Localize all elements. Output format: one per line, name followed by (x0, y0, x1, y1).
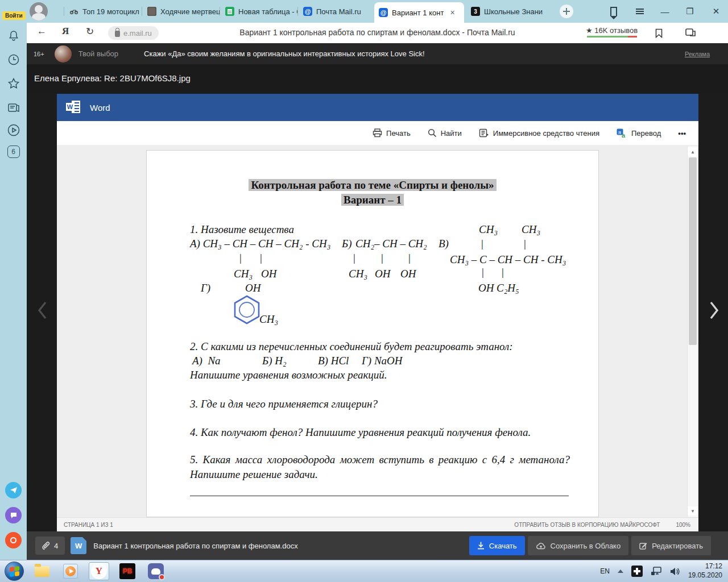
bookmark-page-icon[interactable] (651, 26, 666, 40)
q5-text-line1: 5. Какая масса хлороводорода может вступ… (190, 454, 570, 466)
tray-app-icon[interactable] (631, 566, 643, 577)
document-page: Контрольная работа по теме «Спирты и фен… (146, 150, 599, 517)
volume-icon[interactable] (670, 567, 680, 576)
login-button[interactable]: Войти (2, 11, 26, 20)
language-indicator[interactable]: EN (600, 567, 610, 575)
motorcycle-favicon-icon (69, 7, 78, 16)
address-bar[interactable]: e.mail.ru (108, 26, 159, 40)
taskbar-discord-icon[interactable] (146, 562, 166, 580)
download-icon (477, 542, 485, 550)
immersive-reader-button[interactable]: Иммерсивное средство чтения (479, 128, 599, 138)
new-tab-button[interactable] (560, 5, 573, 18)
messenger-plane-icon[interactable] (5, 482, 22, 498)
hidden-icons-arrow[interactable] (618, 569, 623, 573)
ad-label-link[interactable]: Реклама (685, 51, 710, 57)
start-button[interactable] (5, 562, 24, 581)
collections-icon[interactable] (684, 26, 698, 40)
attachment-count: 4 (54, 542, 58, 550)
bookmarks-panel-icon[interactable] (606, 5, 621, 18)
reviews-rating-bar (587, 36, 637, 38)
chem-bond: | (481, 238, 483, 250)
reviews-widget[interactable]: ★ 16K отзывов (586, 26, 638, 38)
taskbar-game-icon[interactable]: PB (117, 562, 138, 580)
q4-text: 4. Как получают фенол? Напишите уравнени… (190, 426, 531, 439)
translate-label: Перевод (631, 129, 661, 138)
more-options-button[interactable]: ••• (678, 129, 686, 138)
yandex-icon[interactable]: Я (62, 26, 69, 37)
mail-subject: Елена Ерпулева: Re: 2BU7MOf6SJ8.jpg (34, 73, 191, 83)
taskbar-explorer-icon[interactable] (32, 562, 52, 580)
tab-active-document[interactable]: @ Вариант 1 конт × (374, 2, 464, 23)
minimize-button[interactable]: — (657, 5, 672, 18)
ad-banner[interactable]: 16+ Твой выбор Скажи «Да» своим желаниям… (27, 43, 728, 64)
tab-label: Топ 19 мотоцикл (82, 7, 139, 16)
save-to-cloud-button[interactable]: Сохранить в Облако (528, 536, 629, 555)
favorites-star-icon[interactable] (6, 76, 20, 90)
services-app-icon[interactable] (5, 532, 22, 548)
word-app-name: Word (90, 103, 110, 113)
tab-label: Новая таблица - G (238, 7, 297, 16)
tab-znania[interactable]: 3 Школьные Знани (466, 0, 551, 23)
chem-fragment: OH (261, 268, 276, 280)
maximize-button[interactable]: ❒ (682, 5, 697, 18)
find-label: Найти (441, 129, 462, 138)
translate-button[interactable]: яa Перевод (617, 128, 661, 138)
taskbar-yandex-browser-icon[interactable]: Y (89, 562, 109, 580)
feed-notes-icon[interactable] (6, 100, 20, 114)
word-logo-icon: W (66, 100, 81, 115)
profile-avatar[interactable] (30, 2, 48, 20)
word-file-icon: W (71, 537, 86, 554)
save-cloud-label: Сохранить в Облако (551, 542, 621, 550)
taskbar-clock[interactable]: 17:12 19.05.2020 (688, 562, 722, 580)
tab-sheets[interactable]: Новая таблица - G (221, 0, 297, 23)
scrollbar-thumb[interactable] (689, 157, 697, 345)
attachments-count-chip[interactable]: 4 (35, 537, 65, 555)
znania-favicon-icon: 3 (471, 7, 480, 16)
download-button[interactable]: Скачать (469, 536, 525, 555)
print-button[interactable]: Печать (373, 128, 411, 138)
ad-text: Скажи «Да» своим желаниям в оригинальных… (144, 49, 425, 58)
q2-option-g: Г) NaOH (362, 355, 403, 367)
reader-label: Иммерсивное средство чтения (493, 129, 599, 138)
tab-divider (220, 7, 220, 16)
svg-text:я: я (618, 129, 621, 135)
status-feedback-link[interactable]: ОТПРАВИТЬ ОТЗЫВ В КОРПОРАЦИЮ МАЙКРОСОФТ (514, 522, 660, 528)
browser-menu-icon[interactable] (632, 5, 647, 18)
network-icon[interactable] (651, 567, 662, 576)
print-label: Печать (386, 129, 411, 138)
video-play-icon[interactable] (6, 123, 20, 137)
prev-attachment-icon[interactable] (36, 300, 49, 321)
q3-text: 3. Где и для чего применяется глицерин? (190, 398, 378, 410)
tab-mailru[interactable]: @ Почта Mail.ru (299, 0, 373, 23)
tab-moto[interactable]: Топ 19 мотоцикл (65, 0, 142, 23)
scroll-up-icon[interactable]: ▲ (688, 147, 698, 156)
chat-app-icon[interactable] (5, 507, 22, 523)
scroll-down-icon[interactable]: ▼ (688, 506, 698, 516)
tab-close-icon[interactable]: × (450, 8, 454, 17)
doc-variant: Вариант – 1 (147, 194, 598, 206)
viewer-scrollbar[interactable]: ▲ ▼ (687, 146, 697, 517)
attachment-filename: Вариант 1 контрольная работа по спиртам … (93, 542, 297, 550)
chem-fragment: CH₃ – C – CH – CH - CH₃ (450, 253, 566, 266)
chem-fragment: Б) (342, 238, 352, 250)
tab-divider (64, 7, 64, 16)
close-button[interactable]: ✕ (709, 5, 723, 18)
status-zoom-level[interactable]: 100% (676, 522, 690, 528)
chem-fragment: CH₂– CH – CH₂ (355, 238, 427, 250)
history-clock-icon[interactable] (6, 52, 20, 66)
edit-button[interactable]: Редактировать (631, 536, 711, 555)
paperclip-icon (42, 542, 50, 550)
tab-label: Почта Mail.ru (316, 7, 361, 16)
q2-option-a: А) Na (192, 355, 221, 367)
taskbar-mediaplayer-icon[interactable] (60, 562, 81, 580)
back-icon[interactable]: ← (37, 26, 47, 37)
sheets-favicon-icon (225, 7, 234, 16)
find-button[interactable]: Найти (428, 128, 462, 138)
next-attachment-icon[interactable] (708, 300, 720, 321)
svg-text:a: a (622, 132, 626, 138)
status-page-count: СТРАНИЦА 1 ИЗ 1 (64, 522, 113, 528)
sidebar-counter-badge[interactable]: 6 (6, 144, 20, 159)
tab-walking-dead[interactable]: Ходячие мертвец (143, 0, 220, 23)
refresh-icon[interactable]: ↻ (86, 26, 94, 38)
notifications-bell-icon[interactable] (6, 28, 20, 43)
